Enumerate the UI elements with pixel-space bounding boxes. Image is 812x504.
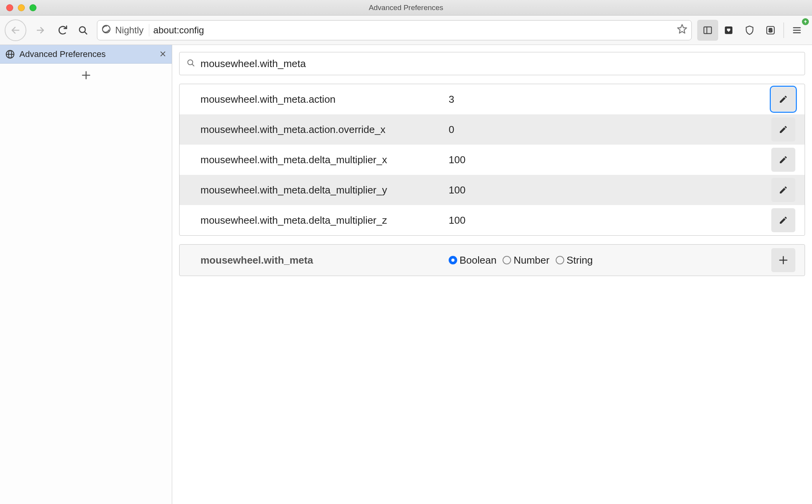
svg-marker-5 — [677, 24, 686, 33]
tab-sidebar: Advanced Preferences — [0, 45, 172, 504]
window-title: Advanced Preferences — [0, 3, 812, 12]
pref-value: 3 — [449, 93, 771, 105]
pref-value: 100 — [449, 154, 771, 166]
edit-pref-button[interactable] — [771, 117, 795, 142]
svg-rect-6 — [704, 27, 712, 33]
radio-icon — [503, 256, 511, 264]
new-pref-row: mousewheel.with_meta BooleanNumberString — [179, 244, 805, 276]
radio-label: String — [567, 254, 593, 266]
edit-pref-button[interactable] — [771, 178, 795, 202]
tab-advanced-preferences[interactable]: Advanced Preferences — [0, 45, 172, 64]
new-pref-name: mousewheel.with_meta — [200, 254, 449, 266]
tab-label: Advanced Preferences — [19, 49, 106, 59]
edit-pref-button[interactable] — [771, 208, 795, 232]
app-menu-button[interactable] — [786, 20, 807, 41]
pref-row: mousewheel.with_meta.delta_multiplier_y1… — [180, 175, 805, 205]
url-bar[interactable]: Nightly about:config — [97, 20, 692, 40]
pref-row: mousewheel.with_meta.delta_multiplier_x1… — [180, 145, 805, 175]
edit-pref-button[interactable] — [771, 87, 795, 111]
reload-button[interactable] — [54, 22, 71, 39]
sidebar-toggle-icon[interactable] — [697, 20, 718, 41]
pref-type-radio[interactable]: Boolean — [449, 254, 496, 266]
radio-icon — [449, 256, 457, 264]
separator — [783, 22, 784, 38]
svg-line-23 — [192, 64, 194, 66]
prefs-table: mousewheel.with_meta.action3mousewheel.w… — [179, 84, 805, 236]
pref-row: mousewheel.with_meta.action3 — [180, 84, 805, 114]
identity-label: Nightly — [115, 25, 143, 36]
pref-type-radio[interactable]: String — [556, 254, 593, 266]
toolbar-right: S — [697, 20, 807, 41]
extension-s-icon[interactable]: S — [760, 20, 781, 41]
back-button[interactable] — [5, 19, 26, 41]
add-pref-button[interactable] — [771, 248, 795, 272]
edit-pref-button[interactable] — [771, 148, 795, 172]
search-icon — [187, 59, 195, 69]
svg-text:S: S — [769, 27, 772, 33]
pref-name: mousewheel.with_meta.delta_multiplier_y — [200, 184, 449, 196]
pref-search-input[interactable] — [200, 58, 798, 70]
titlebar: Advanced Preferences — [0, 0, 812, 16]
update-badge-icon — [802, 18, 809, 25]
pref-name: mousewheel.with_meta.delta_multiplier_x — [200, 154, 449, 166]
pref-row: mousewheel.with_meta.action.override_x0 — [180, 114, 805, 145]
close-tab-button[interactable] — [159, 50, 166, 59]
pref-type-options: BooleanNumberString — [449, 254, 771, 266]
svg-line-3 — [85, 32, 87, 34]
pref-name: mousewheel.with_meta.action.override_x — [200, 124, 449, 136]
pref-value: 0 — [449, 124, 771, 136]
pref-name: mousewheel.with_meta.delta_multiplier_z — [200, 214, 449, 226]
url-path: about:config — [153, 25, 204, 36]
pref-type-radio[interactable]: Number — [503, 254, 549, 266]
about-config-content: mousewheel.with_meta.action3mousewheel.w… — [172, 45, 812, 504]
globe-icon — [5, 50, 15, 59]
star-icon[interactable] — [677, 24, 688, 36]
pref-value: 100 — [449, 184, 771, 196]
search-button[interactable] — [74, 22, 92, 39]
identity-box[interactable]: Nightly — [101, 24, 149, 36]
forward-button[interactable] — [29, 19, 51, 41]
shield-icon[interactable] — [739, 20, 760, 41]
radio-label: Boolean — [460, 254, 496, 266]
radio-icon — [556, 256, 564, 264]
pocket-icon[interactable] — [718, 20, 739, 41]
pref-name: mousewheel.with_meta.action — [200, 93, 449, 105]
new-tab-button[interactable] — [0, 64, 172, 87]
pref-row: mousewheel.with_meta.delta_multiplier_z1… — [180, 205, 805, 235]
pref-search-box[interactable] — [179, 52, 805, 75]
pref-value: 100 — [449, 214, 771, 226]
main: Advanced Preferences mousewheel.with_met… — [0, 45, 812, 504]
radio-label: Number — [513, 254, 549, 266]
browser-toolbar: Nightly about:config S — [0, 16, 812, 45]
firefox-icon — [101, 24, 111, 36]
